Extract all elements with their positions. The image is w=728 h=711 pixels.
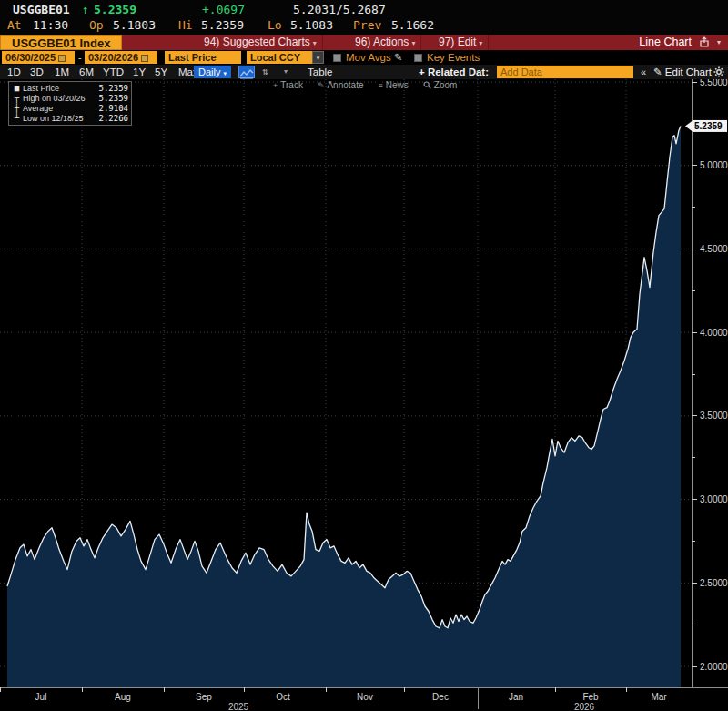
pencil-icon: ✎	[318, 81, 325, 90]
legend-row-low[interactable]: ┴ Low on 12/18/25 2.2266	[11, 113, 128, 123]
range-ytd[interactable]: YTD	[103, 65, 124, 79]
edit-chart-button[interactable]: ✎ Edit Chart	[653, 65, 712, 79]
prev-value: 5.1662	[391, 18, 434, 32]
low-label: Lo	[268, 18, 282, 32]
date-to-field[interactable]: 03/20/2026	[85, 51, 157, 64]
chevron-down-icon: ▾	[223, 70, 227, 76]
ticker-symbol: USGGBE01	[13, 3, 70, 16]
security-ticket-field[interactable]: USGGBE01 Index	[0, 35, 122, 50]
svg-text:Sep: Sep	[196, 692, 212, 702]
track-button[interactable]: + Track	[273, 80, 303, 90]
svg-text:Mar: Mar	[651, 692, 667, 702]
chevron-down-icon[interactable]: ▾	[717, 35, 721, 50]
price-area-fill	[7, 126, 681, 687]
legend-row-last-price[interactable]: ■ Last Price 5.2359	[11, 83, 128, 93]
magnifier-icon	[423, 81, 431, 89]
pencil-icon: ✎	[653, 66, 662, 77]
svg-text:2.0000: 2.0000	[700, 662, 728, 672]
menu-bar: USGGBE01 Index 94) Suggested Charts▾ 96)…	[0, 35, 728, 50]
table-button[interactable]: Table	[308, 65, 333, 79]
gear-icon[interactable]	[713, 66, 724, 77]
at-label: At	[7, 18, 22, 32]
svg-text:5.2359: 5.2359	[694, 121, 723, 131]
range-5y[interactable]: 5Y	[155, 65, 167, 79]
line-chart-icon	[239, 68, 254, 79]
key-events-checkbox[interactable]	[414, 54, 422, 62]
related-data-label: + Related Dat:	[419, 65, 489, 79]
calendar-icon	[141, 55, 148, 62]
legend-row-average[interactable]: ┼ Average 2.9104	[11, 103, 128, 113]
range-1y[interactable]: 1Y	[133, 65, 146, 79]
legend-row-high[interactable]: ┬ High on 03/20/26 5.2359	[11, 93, 128, 103]
zoom-button[interactable]: Zoom	[423, 80, 458, 90]
chevron-down-icon: ▾	[479, 39, 482, 47]
news-lines-icon: ≡	[379, 81, 383, 90]
high-value: 5.2359	[201, 18, 244, 32]
svg-text:4.5000: 4.5000	[700, 244, 728, 254]
range-6m[interactable]: 6M	[79, 65, 94, 79]
up-arrow-icon: ↑	[82, 3, 89, 16]
frequency-select[interactable]: Daily▾	[194, 66, 231, 78]
prev-label: Prev	[353, 18, 381, 32]
news-button[interactable]: ≡ News	[379, 80, 409, 90]
svg-text:Jan: Jan	[509, 692, 523, 702]
menu-suggested-charts[interactable]: 94) Suggested Charts▾	[198, 35, 323, 50]
chart-controls: 06/30/2025 - 03/20/2026 Last Price Local…	[0, 50, 728, 65]
line-chart-type-button[interactable]	[238, 66, 255, 78]
menu-edit[interactable]: 97) Edit▾	[433, 35, 489, 50]
date-from-field[interactable]: 06/30/2025	[2, 51, 75, 64]
high-label: Hi	[178, 18, 193, 32]
calendar-icon	[58, 55, 66, 62]
average-marker-icon: ┼	[11, 104, 23, 113]
export-icon[interactable]	[699, 36, 710, 47]
sort-arrows-icon[interactable]: ⇅	[262, 65, 268, 79]
svg-text:5.0000: 5.0000	[700, 160, 728, 170]
range-1d[interactable]: 1D	[7, 65, 21, 79]
svg-text:Nov: Nov	[357, 692, 373, 702]
add-data-input[interactable]	[497, 66, 633, 78]
bid-ask: 5.2031/5.2687	[293, 3, 386, 16]
svg-text:Dec: Dec	[432, 692, 449, 702]
key-events-label[interactable]: Key Events	[427, 51, 480, 64]
svg-text:2.5000: 2.5000	[700, 578, 728, 588]
y-axis-labels: 2.00002.50003.00003.50004.00004.50005.00…	[692, 79, 728, 672]
chevron-down-icon: ▾	[411, 39, 415, 47]
series-swatch-icon: ■	[11, 84, 23, 93]
svg-text:3.0000: 3.0000	[700, 494, 728, 504]
range-1m[interactable]: 1M	[55, 65, 69, 79]
mov-avgs-checkbox[interactable]	[333, 54, 341, 62]
chart-hover-toolbar: + Track ✎ Annotate ≡ News Zoom	[273, 80, 457, 90]
svg-text:Oct: Oct	[276, 692, 290, 702]
quote-header: USGGBE01 ↑ 5.2359 +.0697 5.2031/5.2687 A…	[0, 0, 728, 35]
price-field-select[interactable]: Last Price	[165, 51, 241, 64]
svg-text:3.5000: 3.5000	[700, 411, 728, 421]
svg-text:4.0000: 4.0000	[700, 328, 728, 338]
collapse-panel-icon[interactable]: «	[641, 65, 646, 79]
price-chart-svg: 2.00002.50003.00003.50004.00004.50005.00…	[0, 79, 728, 711]
price-chart-area[interactable]: 2.00002.50003.00003.50004.00004.50005.00…	[0, 79, 728, 711]
pencil-icon: ✎	[394, 52, 403, 63]
currency-select[interactable]: Local CCY	[247, 51, 312, 64]
chart-legend: ■ Last Price 5.2359 ┬ High on 03/20/26 5…	[8, 81, 132, 126]
mov-avgs-label[interactable]: Mov Avgs ✎	[346, 51, 403, 64]
period-bar: 1D 3D 1M 6M YTD 1Y 5Y Max Daily▾ ⇅ ▾ Tab…	[0, 65, 728, 79]
high-marker-icon: ┬	[11, 94, 23, 103]
open-label: Op	[89, 18, 104, 32]
svg-text:Aug: Aug	[115, 692, 131, 702]
currency-dropdown-button[interactable]: ▾	[312, 51, 324, 64]
chevron-down-icon[interactable]: ▾	[284, 65, 288, 79]
svg-text:Jul: Jul	[35, 692, 47, 702]
price-change: +.0697	[202, 3, 245, 16]
plus-icon: +	[273, 81, 278, 90]
at-value: 11:30	[33, 18, 68, 32]
menu-actions[interactable]: 96) Actions▾	[349, 35, 421, 50]
svg-text:2026: 2026	[574, 702, 595, 711]
annotate-button[interactable]: ✎ Annotate	[318, 80, 364, 90]
range-3d[interactable]: 3D	[30, 65, 44, 79]
svg-text:2025: 2025	[228, 702, 249, 711]
low-marker-icon: ┴	[11, 114, 23, 123]
last-price-tag: 5.2359	[685, 120, 727, 132]
svg-text:5.5000: 5.5000	[700, 79, 728, 87]
svg-text:Feb: Feb	[582, 692, 599, 702]
last-price: 5.2359	[94, 3, 136, 16]
